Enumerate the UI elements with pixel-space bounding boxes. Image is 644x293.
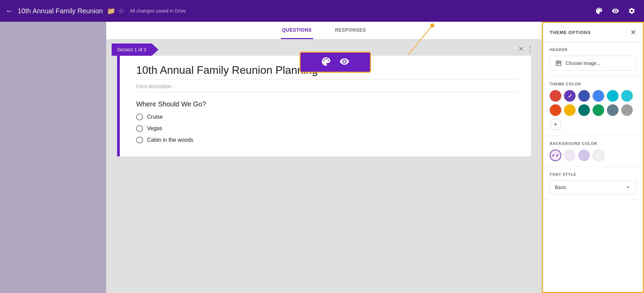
toolbar-palette-icon [321,56,331,67]
theme-panel: THEME OPTIONS ✕ HEADER Choose image... T… [542,22,644,293]
background-color-label: BACKGROUND COLOR [550,141,636,145]
option-row: Vegas [136,125,517,132]
bg-white-selected[interactable]: ✓ [550,150,561,161]
palette-icon [595,7,603,15]
preview-button[interactable] [609,4,622,18]
font-style-section: FONT STYLE Basic [543,167,643,200]
question-title: Where Should We Go? [136,100,517,108]
option-row: Cabin in the woods [136,137,517,143]
toolbar-palette-button[interactable] [321,56,331,68]
header-section: HEADER Choose image... [543,42,643,76]
color-orange[interactable] [564,104,576,116]
color-green[interactable] [593,104,604,116]
choose-image-button[interactable]: Choose image... [550,56,636,71]
palette-button[interactable] [592,4,606,18]
color-purple[interactable] [564,90,576,102]
font-current: Basic [555,185,566,190]
color-grey[interactable] [621,104,633,116]
radio-cruise[interactable] [136,114,143,120]
theme-color-swatches: + [550,90,636,130]
color-cyan[interactable] [607,90,618,102]
section-close-icon[interactable]: ✕ [518,45,524,54]
folder-icon[interactable]: 📁 [107,7,115,15]
bg-grey-light[interactable] [593,150,604,161]
radio-vegas[interactable] [136,125,143,132]
section-header: Section 1 of 3 [112,44,159,56]
theme-color-label: THEME COLOR [550,82,636,86]
tabs-bar: QUESTIONS RESPONSES [106,22,542,39]
color-teal-light[interactable] [621,90,633,102]
star-icon[interactable]: ☆ [118,7,124,15]
saved-status: All changes saved in Drive [130,8,592,14]
option-cabin: Cabin in the woods [147,137,193,143]
settings-button[interactable] [625,4,639,18]
color-blue-grey[interactable] [607,104,618,116]
chevron-down-icon [625,184,631,190]
left-sidebar [0,22,106,293]
option-vegas: Vegas [147,125,162,132]
header-actions [592,4,639,18]
form-description[interactable]: Form description [136,84,517,92]
toolbar-eye-icon [339,56,350,67]
radio-cabin[interactable] [136,137,143,143]
bg-lavender[interactable] [564,150,576,161]
background-color-swatches: ✓ [550,150,636,161]
tab-responses[interactable]: RESPONSES [334,22,368,39]
color-indigo[interactable] [578,90,590,102]
font-style-label: FONT STYLE [550,172,636,176]
header-section-label: HEADER [550,48,636,52]
form-title-header: 10th Annual Family Reunion [18,7,103,15]
tab-questions[interactable]: QUESTIONS [281,22,313,39]
color-red[interactable] [550,90,561,102]
settings-icon [628,7,635,15]
toolbar-preview-button[interactable] [339,56,350,68]
toolbar-highlight [300,52,371,73]
option-cruise: Cruise [147,114,163,120]
bg-purple-light[interactable] [578,150,590,161]
add-custom-color-button[interactable]: + [550,119,561,130]
option-row: Cruise [136,114,517,120]
section-more-icon[interactable]: ⋮ [526,45,534,54]
theme-panel-header: THEME OPTIONS ✕ [543,23,643,42]
color-teal[interactable] [578,104,590,116]
theme-panel-title: THEME OPTIONS [550,30,591,35]
back-button[interactable]: ← [5,6,14,16]
font-dropdown[interactable]: Basic [550,180,636,194]
theme-color-section: THEME COLOR + [543,76,643,136]
form-accent-bar [117,56,120,156]
color-blue[interactable] [593,90,604,102]
choose-image-label: Choose image... [566,61,600,66]
theme-close-button[interactable]: ✕ [630,28,636,36]
header-bar: ← 10th Annual Family Reunion 📁 ☆ All cha… [0,0,644,22]
image-icon [555,59,562,67]
eye-icon [612,7,619,15]
background-color-section: BACKGROUND COLOR ✓ [543,136,643,167]
color-deep-orange[interactable] [550,104,561,116]
